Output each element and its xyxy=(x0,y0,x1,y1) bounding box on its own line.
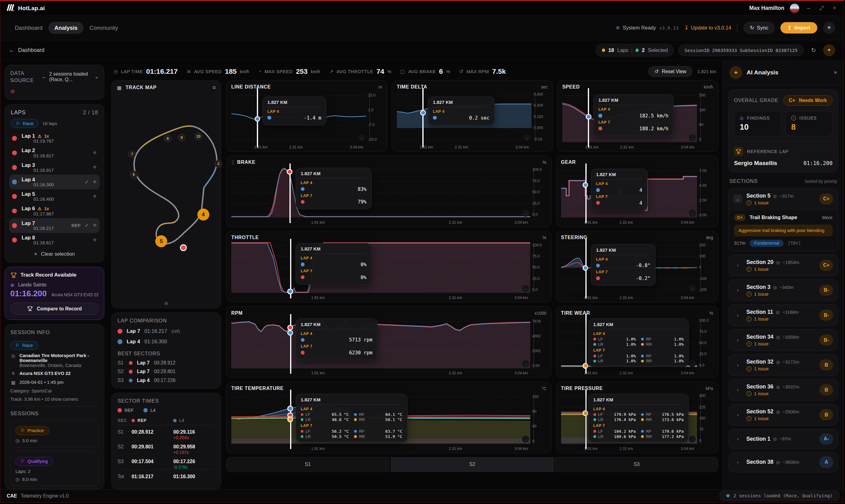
ai-panel-title: AI Analysis xyxy=(746,69,778,76)
sector-times-card: SECTOR TIMES REF L4 SEC REF L4 S1 00:28.… xyxy=(111,393,221,489)
close-button[interactable]: × xyxy=(831,5,839,11)
section-card-34[interactable]: › Section 34◎~3358m !1 issue B- xyxy=(728,329,838,351)
reset-view-button[interactable]: ↺Reset View xyxy=(649,66,693,77)
track-outline xyxy=(112,96,221,308)
telemetry-cursor[interactable] xyxy=(290,314,291,374)
close-icon: × xyxy=(34,251,37,257)
section-card-5[interactable]: ⌄ Section 5◎~317m !1 issue C+ C+ Trail B… xyxy=(728,188,838,251)
resize-handle-icon[interactable]: ⌟ xyxy=(522,436,529,443)
nav-analysis[interactable]: Analysis xyxy=(48,22,83,34)
ai-sparkle-icon[interactable]: ✧ xyxy=(92,237,97,244)
chart-brake[interactable]: ⣿BRAKE% 100.075.050.025.00.0 xyxy=(226,156,552,227)
chart-speed[interactable]: SPEEDkm/h 350180900 1.91 km2 xyxy=(557,80,718,152)
lap-row-7[interactable]: Lap 701:16.217 REF✓✧ xyxy=(9,218,100,233)
section-card-20[interactable]: › Section 20◎~1953m !1 issue C+ xyxy=(728,254,838,276)
clear-selection-button[interactable]: ×Clear selection xyxy=(9,247,100,259)
telemetry-cursor[interactable] xyxy=(422,88,424,148)
chevron-right-icon[interactable]: › xyxy=(733,458,742,467)
sector-s3-segment[interactable]: S3 xyxy=(555,457,718,472)
back-to-dashboard[interactable]: ←Dashboard xyxy=(9,47,44,53)
chevron-right-icon[interactable]: › xyxy=(733,261,742,270)
chart-tooltip: 1.827 KM LAP 4 LF1.0% RF1.0% LR1.0% RR1.… xyxy=(588,318,689,367)
lap-row-5[interactable]: Lap 501:16.400 ✧ xyxy=(9,189,100,204)
maximize-button[interactable]: ⤢ xyxy=(818,5,826,11)
resize-handle-icon[interactable]: ⌟ xyxy=(689,285,696,292)
lap-row-8[interactable]: Lap 801:16.617 ✧ xyxy=(9,233,100,247)
chart-throttle[interactable]: THROTTLE% 100.075.050.025.00.0 xyxy=(226,231,552,302)
ai-sparkle-icon[interactable]: ✧ xyxy=(92,164,97,170)
chart-line-distance[interactable]: LINE DISTANCEm 15.01.0-7.0-15.0 1.91 km2… xyxy=(226,80,387,152)
system-status: System Ready v3.0.13 xyxy=(616,25,678,31)
section-card-32[interactable]: › Section 32◎~3172m !1 issue B xyxy=(728,354,838,376)
data-source-select[interactable]: ← 2 sessions loaded (Race, Q... ⌄ xyxy=(41,70,99,83)
section-card-1[interactable]: › Section 1◎~97m A- xyxy=(728,429,838,449)
chart-steering[interactable]: STEERINGdeg 2001000-100-200 xyxy=(556,231,718,302)
resize-handle-icon[interactable]: ⌟ xyxy=(522,285,529,292)
import-button[interactable]: ↥Import xyxy=(780,22,817,34)
refresh-icon[interactable]: ↻ xyxy=(808,45,819,56)
chart-time-delta[interactable]: TIME DELTAsec 0.4500.3000.1500.000-0.15 … xyxy=(392,80,553,152)
chart-gear[interactable]: GEAR 7.004.002.000.00 1.91 k xyxy=(556,156,718,227)
chevron-right-icon[interactable]: › xyxy=(733,411,742,419)
ai-sparkle-icon[interactable]: ✧ xyxy=(92,150,97,156)
chevron-down-icon[interactable]: ⌄ xyxy=(733,195,742,203)
nav-dashboard[interactable]: Dashboard xyxy=(9,22,48,34)
chart-tire-pressure[interactable]: TIRE PRESSUREkPa xyxy=(556,382,718,453)
section-card-3[interactable]: › Section 3◎~340m !1 issue B- xyxy=(728,280,838,301)
chart-tire-wear[interactable]: TIRE WEAR% 100.075.050.025.00.0 1.91 km2… xyxy=(556,306,718,378)
ai-sparkle-icon[interactable]: ✧ xyxy=(92,222,97,229)
lap-row-2[interactable]: Lap 201:16.817 ✧ xyxy=(9,146,100,160)
session-id-pill: SessionID 296359333 SubSessionID 8238712… xyxy=(678,44,804,56)
section-card-11[interactable]: › Section 11◎~1168m !1 issue B- xyxy=(728,304,838,326)
chevron-right-icon[interactable]: › xyxy=(733,361,742,370)
throttle-icon: ↗ xyxy=(329,69,333,74)
resize-handle-icon[interactable]: ⌟ xyxy=(522,360,529,367)
compare-to-record-button[interactable]: Compare to Record xyxy=(11,303,99,315)
chevron-right-icon[interactable]: › xyxy=(733,434,742,443)
avatar[interactable] xyxy=(790,3,799,13)
session-practice[interactable]: ⚐Practice ◷3.0 min xyxy=(11,420,99,448)
chart-rpm[interactable]: RPMx1000 7476400220022.00 1. xyxy=(226,306,552,378)
ai-sparkle-icon[interactable]: ✧ xyxy=(92,193,97,200)
session-category: Category: SportsCar xyxy=(11,389,99,393)
chevron-right-icon[interactable]: › xyxy=(733,311,742,320)
chevron-right-icon[interactable]: › xyxy=(733,336,742,344)
track-map[interactable]: 8 9 10 7 6 2 4 5 ⊞ xyxy=(112,96,221,308)
ai-panel-button[interactable]: ✦ xyxy=(823,44,835,56)
camera-icon[interactable]: ⌑ xyxy=(213,85,215,91)
race-filter-pill[interactable]: ⚐Race xyxy=(11,119,38,128)
section-card-36[interactable]: › Section 36◎~3537m !1 issue B xyxy=(728,379,838,401)
nav-community[interactable]: Community xyxy=(84,22,124,34)
lap-comparison-card: LAP COMPARISON Lap 701:16.217(ref) Lap 4… xyxy=(111,312,221,388)
lap-row-6[interactable]: Lap 6⚠1x 01:17.867 xyxy=(9,204,100,218)
lap-row-4[interactable]: Lap 401:16.300 ✓✧ xyxy=(9,175,100,189)
sync-button[interactable]: ↻Sync xyxy=(743,22,774,34)
location-pin-icon: ◎ xyxy=(776,335,780,340)
more-link[interactable]: More xyxy=(822,215,833,220)
lap-row-3[interactable]: Lap 301:16.917 ✧ xyxy=(9,160,100,175)
section-card-52[interactable]: › Section 52◎~2500m !1 issue B xyxy=(728,404,838,426)
theme-toggle-button[interactable]: ☀ xyxy=(823,22,835,34)
chevron-right-icon[interactable]: › xyxy=(733,386,742,394)
resize-handle-icon[interactable]: ⌟ xyxy=(522,210,529,217)
expand-icon[interactable]: ⊞ xyxy=(165,301,168,306)
telemetry-cursor[interactable] xyxy=(585,163,587,223)
lap-row-1[interactable]: Lap 1⚠1x 01:19.767 xyxy=(9,131,100,145)
minimize-button[interactable]: – xyxy=(805,5,813,11)
chevron-right-icon[interactable]: › xyxy=(733,286,742,294)
resize-handle-icon[interactable]: ⌟ xyxy=(689,210,696,217)
close-icon[interactable]: × xyxy=(834,69,837,76)
section-card-38[interactable]: › Section 38◎~3630m A xyxy=(728,452,838,472)
drag-handle-icon[interactable]: ⣿ xyxy=(231,160,234,165)
corner-marker-10: 10 xyxy=(195,132,202,140)
grade-badge: B xyxy=(820,409,833,420)
sector-s1-segment[interactable]: S1 xyxy=(226,457,390,472)
ai-sparkle-icon[interactable]: ✧ xyxy=(92,179,97,185)
chart-tire-temperature[interactable]: TIRE TEMPERATURE°C xyxy=(226,382,552,453)
session-qualifying[interactable]: ⚐Qualifying Laps: 2 ◷8.0 min xyxy=(11,451,99,486)
telemetry-cursor[interactable] xyxy=(585,390,587,449)
sector-s2-segment[interactable]: S2 xyxy=(391,457,554,472)
status-bar: CAE Telemetry Engine v1.0 xyxy=(0,489,844,503)
update-link[interactable]: ↧Update to v3.0.14 xyxy=(685,25,731,31)
download-icon: ↧ xyxy=(685,25,689,31)
